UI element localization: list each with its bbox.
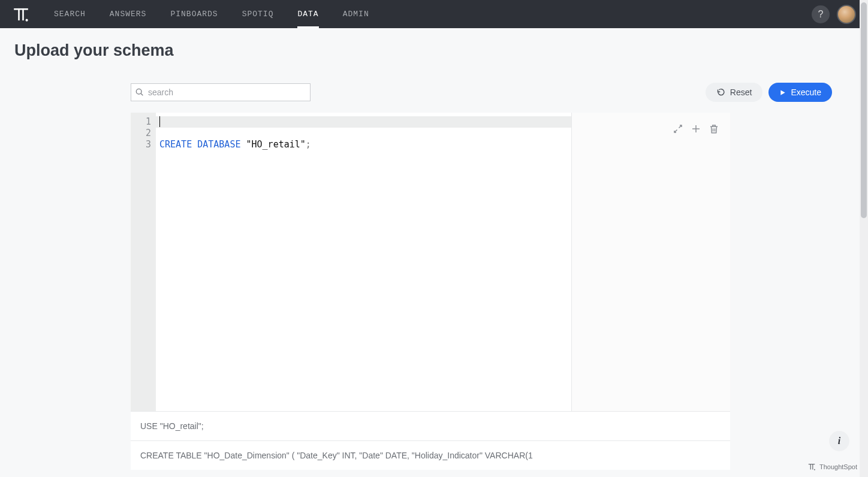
svg-point-3 xyxy=(26,19,28,21)
execute-label: Execute xyxy=(791,87,821,97)
trash-icon[interactable] xyxy=(709,123,719,134)
svg-point-4 xyxy=(136,89,141,94)
result-panel-tools xyxy=(572,113,730,411)
svg-point-14 xyxy=(814,469,815,470)
history-row[interactable]: USE "HO_retail"; xyxy=(131,411,730,440)
toolbar: Reset Execute xyxy=(116,65,846,113)
reset-button[interactable]: Reset xyxy=(706,83,763,102)
sql-string: "HO_retail" xyxy=(240,139,305,150)
help-button[interactable]: ? xyxy=(812,5,830,23)
brand-logo[interactable] xyxy=(12,5,30,23)
nav-item-search[interactable]: SEARCH xyxy=(54,0,86,28)
scrollbar-thumb[interactable] xyxy=(861,2,867,218)
sql-history: USE "HO_retail"; CREATE TABLE "HO_Date_D… xyxy=(131,411,730,470)
top-nav: SEARCH ANSWERS PINBOARDS SPOTIQ DATA ADM… xyxy=(0,0,868,28)
nav-item-pinboards[interactable]: PINBOARDS xyxy=(170,0,218,28)
user-avatar[interactable] xyxy=(837,5,856,24)
vertical-scrollbar[interactable] xyxy=(860,0,868,477)
footer-brand: ThoughtSpot xyxy=(807,463,857,471)
line-number: 2 xyxy=(131,128,151,139)
line-number: 3 xyxy=(131,139,151,150)
search-icon xyxy=(135,87,144,97)
nav-item-answers[interactable]: ANSWERS xyxy=(110,0,147,28)
play-icon xyxy=(779,89,786,96)
history-row[interactable]: CREATE TABLE "HO_Date_Dimension" ( "Date… xyxy=(131,440,730,470)
nav-item-data[interactable]: DATA xyxy=(297,0,318,28)
info-button[interactable]: i xyxy=(830,431,849,451)
search-input[interactable] xyxy=(144,87,306,97)
nav-item-spotiq[interactable]: SPOTIQ xyxy=(242,0,274,28)
reset-label: Reset xyxy=(730,87,752,97)
svg-marker-6 xyxy=(781,90,785,95)
reset-icon xyxy=(716,88,725,97)
page-header: Upload your schema xyxy=(0,28,868,65)
nav-right: ? xyxy=(812,5,856,24)
svg-line-5 xyxy=(141,93,143,95)
sql-keyword: CREATE DATABASE xyxy=(159,139,240,150)
nav-item-admin[interactable]: ADMIN xyxy=(343,0,369,28)
editor-code[interactable]: CREATE DATABASE "HO_retail"; xyxy=(156,113,572,411)
sql-terminator: ; xyxy=(306,139,311,150)
sql-editor: 1 2 3 CREATE DATABASE "HO_retail"; xyxy=(131,113,730,411)
editor-gutter: 1 2 3 xyxy=(131,113,156,411)
collapse-icon[interactable] xyxy=(673,123,683,134)
page-title: Upload your schema xyxy=(14,41,854,60)
footer-brand-label: ThoughtSpot xyxy=(819,463,857,470)
search-wrap[interactable] xyxy=(131,83,311,101)
line-number: 1 xyxy=(131,116,151,128)
nav-items: SEARCH ANSWERS PINBOARDS SPOTIQ DATA ADM… xyxy=(54,0,369,28)
execute-button[interactable]: Execute xyxy=(768,83,832,102)
add-icon[interactable] xyxy=(691,123,701,134)
brand-logo-small xyxy=(807,463,816,471)
